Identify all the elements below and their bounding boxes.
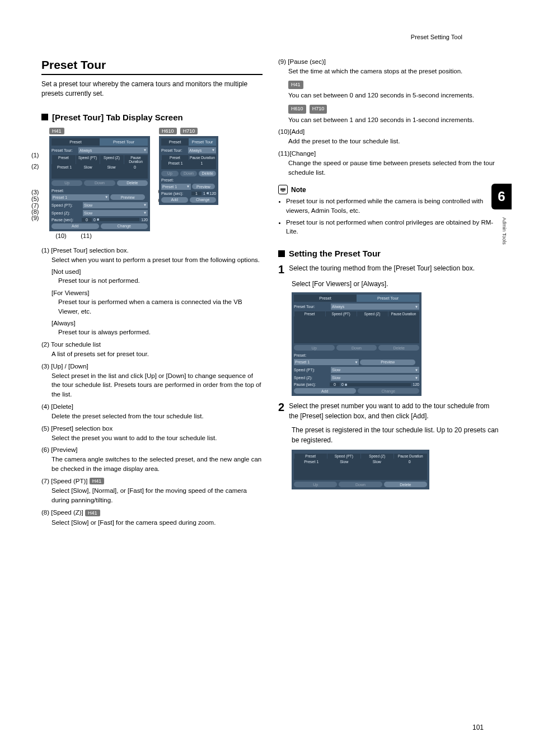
pause-slider[interactable] [96,218,139,221]
speed-z-select[interactable]: Slow [83,210,148,216]
tab-preset-sm[interactable]: Preset [161,138,189,146]
model-badge-h610: H610 [159,128,177,134]
callout-5: (5) [31,195,39,202]
tab-preset-tour-sm[interactable]: Preset Tour [189,138,216,146]
preset-label: Preset: [51,189,82,193]
preset-select-sm[interactable]: Preset 1 [161,184,191,190]
callout-11: (11) [74,232,98,239]
speed-pt-label: Speed (PT): [51,203,82,207]
preset-tour-panel-h41: Preset Preset Tour Preset Tour: Always P… [49,136,150,231]
def-9-h610-body: You can set between 1 and 120 seconds in… [288,115,499,125]
model-badge-h41: H41 [49,128,64,134]
schedule-list[interactable]: Preset 1SlowSlow0 [51,164,148,179]
schedule-list-s1[interactable] [294,316,419,343]
def-2-title: (2) Tour schedule list [41,341,263,348]
pause-value: 0 [82,218,92,222]
def-11-body: Change the speed or pause time between p… [288,158,499,177]
def-8-title: (8) [Speed (Z)] H41 [41,509,263,516]
pause-slider-sm[interactable] [205,192,208,195]
speed-pt-select[interactable]: Slow [83,202,148,208]
down-button-sm[interactable]: Down [180,171,198,176]
schedule-panel-step2: PresetSpeed (PT)Speed (Z)Pause Duration … [292,450,429,489]
up-button-s1[interactable]: Up [294,345,335,351]
step-1-number: 1 [278,264,284,275]
model-badge-h41-r: H41 [288,81,303,89]
tab-preset[interactable]: Preset [51,138,100,146]
def-9-h41-body: You can set between 0 and 120 seconds in… [288,91,499,100]
def-1-title: (1) [Preset Tour] selection box. [41,247,263,254]
speed-z-label: Speed (Z): [51,211,82,215]
up-button-s2[interactable]: Up [294,482,337,487]
change-button[interactable]: Change [101,223,148,229]
def-4-title: (4) [Delete] [41,403,263,410]
preset-tour-select[interactable]: Always [78,147,148,153]
def-5-body: Select the preset you want to add to the… [51,433,263,443]
preview-button-s1[interactable]: Preview [360,360,415,365]
preset-select[interactable]: Preset 1 [51,194,109,200]
page-number: 101 [472,724,484,731]
preview-button[interactable]: Preview [110,194,145,200]
preset-select-s1[interactable]: Preset 1 [294,359,359,365]
preset-tour-select-sm[interactable]: Always [188,147,216,153]
preset-tour-panel-step1: PresetPreset Tour Preset Tour:Always Pre… [292,292,421,396]
def-7-title: (7) [Speed (PT)] H41 [41,478,263,485]
speed-pt-select-s1[interactable]: Slow [331,367,419,373]
header-tool-label: Preset Setting Tool [411,34,462,40]
speed-z-select-s1[interactable]: Slow [331,375,419,381]
note-item: Preset tour is not performed while the c… [286,197,499,215]
preview-button-sm[interactable]: Preview [192,184,215,189]
callout-2: (2) [31,163,39,170]
note-icon [278,185,288,194]
def-8-body: Select [Slow] or [Fast] for the camera s… [51,518,263,528]
up-button-sm[interactable]: Up [161,171,179,176]
tab-preset-tour-s1[interactable]: Preset Tour [357,295,419,302]
down-button-s2[interactable]: Down [339,482,382,487]
schedule-list-sm[interactable]: Preset 11 [161,160,216,169]
preset-tour-select-s1[interactable]: Always [331,304,419,310]
down-button[interactable]: Down [84,180,115,186]
preset-tour-panel-h610: Preset Preset Tour Preset Tour:Always Pr… [159,136,218,205]
pause-slider-s1[interactable] [344,383,411,386]
callout-9: (9) [31,214,39,221]
delete-button-s2[interactable]: Delete [384,482,427,487]
note-label: Note [291,186,306,194]
def-4-body: Delete the preset selected from the tour… [51,412,263,421]
delete-button-sm[interactable]: Delete [199,171,216,176]
table-row[interactable]: Preset 1SlowSlow0 [53,165,147,169]
change-button-sm[interactable]: Change [190,197,217,203]
def-10-body: Add the preset to the tour schedule list… [288,137,499,146]
step-2-text: Select the preset number you want to add… [289,402,499,421]
table-row[interactable]: Preset 1SlowSlow0 [295,460,426,464]
def-5-title: (5) [Preset] selection box [41,425,263,432]
note-item: Preset tour is not performed when contro… [286,218,499,236]
pause-label: Pause (sec): [51,218,82,222]
subheading-setting-tour: Setting the Preset Tour [289,249,381,258]
up-button[interactable]: Up [51,180,82,186]
step-2-sub: The preset is registered in the tour sch… [292,426,499,445]
section-title: Preset Tour [41,58,263,75]
add-button-sm[interactable]: Add [161,197,188,203]
step-1-sub: Select [For Viewers] or [Always]. [292,279,499,289]
tab-preset-s1[interactable]: Preset [294,295,357,302]
down-button-s1[interactable]: Down [336,345,377,351]
subheading-tab-display: [Preset Tour] Tab Display Screen [52,113,183,122]
callout-10: (10) [49,232,73,239]
tab-preset-tour[interactable]: Preset Tour [100,138,148,146]
model-badge-h710-r: H710 [310,105,327,113]
heading-marker-icon [41,114,48,120]
def-6-body: The camera angle switches to the selecte… [51,455,263,473]
add-button[interactable]: Add [51,223,99,229]
heading-marker-icon [278,250,285,257]
def-11-title: (11)[Change] [278,150,499,157]
schedule-header: PresetSpeed (PT)Speed (Z)Pause Duration [51,155,148,164]
callout-3: (3) [31,189,39,195]
callout-1: (1) [31,152,39,158]
delete-button-s1[interactable]: Delete [378,345,419,351]
delete-button[interactable]: Delete [117,180,148,186]
model-badge-h610-r: H610 [288,105,306,113]
add-button-s1[interactable]: Add [294,388,356,394]
change-button-s1[interactable]: Change [358,388,420,394]
preset-tour-label: Preset Tour: [51,148,77,152]
def-6-title: (6) [Preview] [41,446,263,453]
schedule-list-s2[interactable]: Preset 1SlowSlow0 [294,459,427,480]
